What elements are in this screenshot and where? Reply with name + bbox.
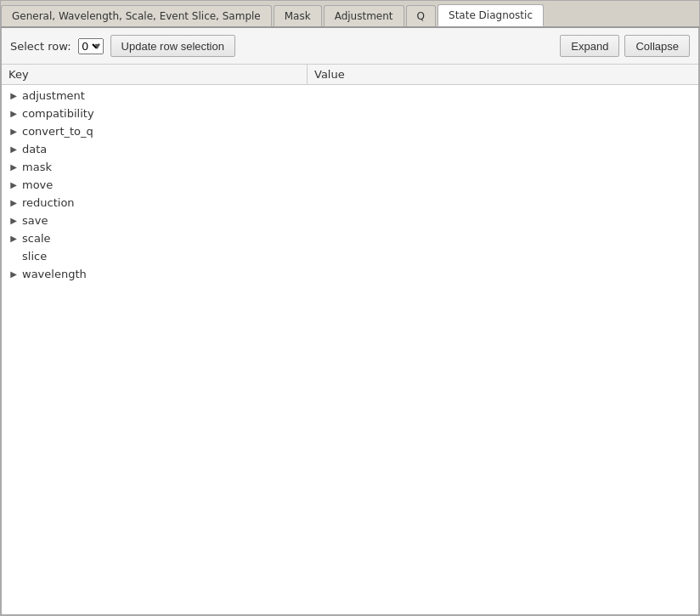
table-row[interactable]: ▶adjustment [2,87,698,105]
tree-row-key-label: mask [22,161,52,173]
tree-row-key-label: move [22,178,53,191]
tree-expander-icon[interactable]: ▶ [5,91,22,100]
tree-row-key-label: slice [22,250,47,263]
table-row[interactable]: ▶convert_to_q [2,122,698,140]
table-row[interactable]: ▶save [2,212,698,229]
tab-state-diagnostic[interactable]: State Diagnostic [438,4,544,26]
tree-row-key-label: compatibility [22,107,94,120]
row-select-input[interactable]: 0 1 2 [78,38,104,54]
tree-row-value [308,184,698,187]
select-row-label: Select row: [10,40,71,53]
tree-row-value [308,112,698,116]
tree-expander-icon[interactable]: ▶ [5,234,22,243]
tree-expander-icon[interactable]: ▶ [5,269,22,279]
col-value-header: Value [308,65,698,84]
tree-indent [2,250,5,263]
toolbar-right: Expand Collapse [560,35,690,57]
table-row[interactable]: ▶wavelength [2,265,698,283]
tree-row-value [308,148,698,151]
tree-row-value [308,94,698,98]
tree-row-value [308,201,698,205]
table-row[interactable]: ▶compatibility [2,105,698,122]
tree-row-key-label: reduction [22,196,75,209]
tree-expander-icon[interactable]: ▶ [5,144,22,154]
tree-body: ▶adjustment ▶compatibility ▶convert_to_q… [2,85,698,285]
tree-row-key-label: data [22,143,47,155]
tree-row-value [308,130,698,133]
tree-row-key-label: adjustment [22,89,85,102]
row-select-wrapper[interactable]: 0 1 2 [78,38,104,54]
tree-expander-icon[interactable]: ▶ [5,216,22,225]
expand-button[interactable]: Expand [560,35,619,57]
tree-row-key-label: convert_to_q [22,125,93,138]
tree-row-value [308,255,698,258]
tree-row-key-label: save [22,214,48,227]
tree-expander-icon[interactable]: ▶ [5,127,22,136]
tab-adjustment[interactable]: Adjustment [324,5,404,26]
tree-table: Key Value ▶adjustment ▶compatibility ▶co… [2,65,698,614]
table-row[interactable]: ▶scale [2,229,698,247]
tree-row-value [308,166,698,169]
tab-q[interactable]: Q [406,5,436,26]
toolbar: Select row: 0 1 2 Update row selection E… [2,28,698,65]
tab-bar: General, Wavelength, Scale, Event Slice,… [1,1,699,28]
tree-row-key-label: scale [22,232,51,245]
tab-mask[interactable]: Mask [274,5,322,26]
tree-expander-icon[interactable]: ▶ [5,198,22,207]
tree-row-key-label: wavelength [22,268,87,280]
tab-general[interactable]: General, Wavelength, Scale, Event Slice,… [1,5,272,26]
table-row[interactable]: slice [2,247,698,265]
tree-expander-icon[interactable]: ▶ [5,109,22,118]
collapse-button[interactable]: Collapse [624,35,690,57]
tree-expander-icon[interactable]: ▶ [5,180,22,189]
tree-row-value [308,273,698,276]
tree-header: Key Value [2,65,698,85]
table-row[interactable]: ▶mask [2,158,698,176]
tree-expander-icon[interactable]: ▶ [5,162,22,172]
tree-row-value [308,219,698,223]
col-key-header: Key [2,65,308,84]
table-row[interactable]: ▶reduction [2,194,698,212]
update-row-selection-button[interactable]: Update row selection [110,35,235,57]
app-container: General, Wavelength, Scale, Event Slice,… [0,0,700,616]
tree-row-value [308,237,698,240]
main-content: Select row: 0 1 2 Update row selection E… [1,28,699,615]
table-row[interactable]: ▶move [2,176,698,194]
table-row[interactable]: ▶data [2,140,698,158]
